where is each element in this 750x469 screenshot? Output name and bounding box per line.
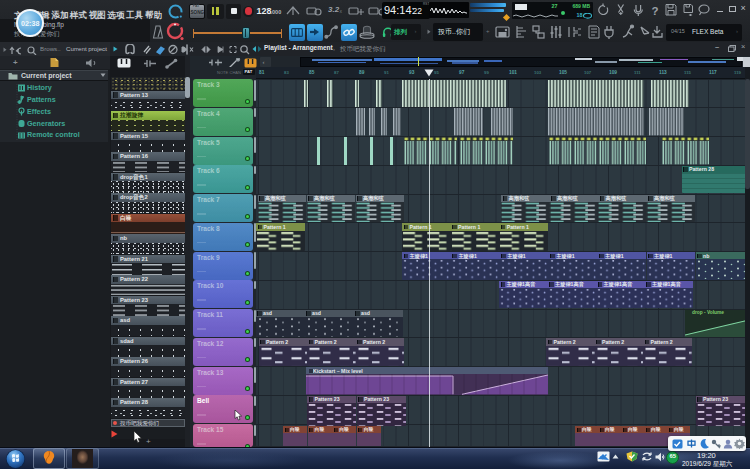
svg-text:?: ?	[652, 5, 659, 17]
